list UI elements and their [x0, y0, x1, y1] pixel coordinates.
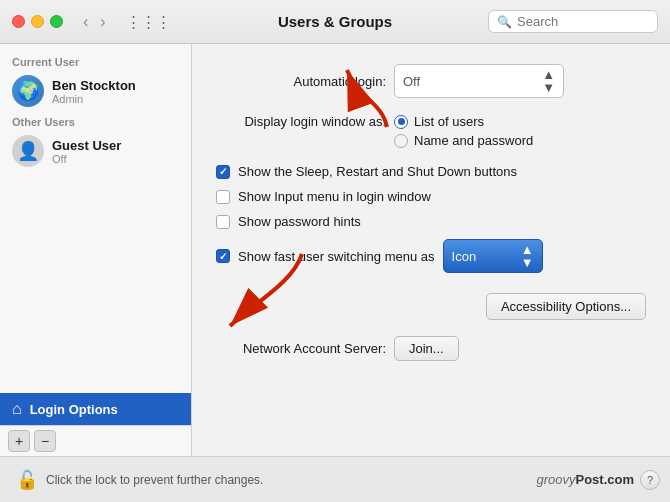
current-user-name: Ben Stockton [52, 78, 136, 93]
check-input-menu-row[interactable]: Show Input menu in login window [216, 189, 646, 204]
sidebar: Current User 🌍 Ben Stockton Admin Other … [0, 44, 192, 456]
traffic-lights [12, 15, 63, 28]
check-sleep-row[interactable]: Show the Sleep, Restart and Shut Down bu… [216, 164, 646, 179]
right-panel: Automatic login: Off ▲▼ Display login wi… [192, 44, 670, 456]
nav-buttons: ‹ › [79, 12, 110, 32]
fast-user-dropdown[interactable]: Icon ▲▼ [443, 239, 543, 273]
automatic-login-dropdown[interactable]: Off ▲▼ [394, 64, 564, 98]
main-content: Current User 🌍 Ben Stockton Admin Other … [0, 44, 670, 456]
current-user-item[interactable]: 🌍 Ben Stockton Admin [0, 70, 191, 112]
arrow-up [327, 62, 407, 132]
check-password-hints-row[interactable]: Show password hints [216, 214, 646, 229]
display-login-row: Display login window as: List of users N… [216, 114, 646, 148]
current-user-info: Ben Stockton Admin [52, 78, 136, 105]
join-button[interactable]: Join... [394, 336, 459, 361]
current-user-avatar: 🌍 [12, 75, 44, 107]
lock-text: Click the lock to prevent further change… [46, 473, 263, 487]
radio-list-users[interactable]: List of users [394, 114, 533, 129]
help-button[interactable]: ? [640, 470, 660, 490]
window-title: Users & Groups [278, 13, 392, 30]
check-input-menu-label: Show Input menu in login window [238, 189, 431, 204]
check-sleep-box [216, 165, 230, 179]
check-input-menu-box [216, 190, 230, 204]
dropdown-blue-arrows-icon: ▲▼ [521, 243, 534, 269]
branding: groovyPost.com [536, 472, 634, 487]
house-icon: ⌂ [12, 400, 22, 418]
current-user-label: Current User [0, 52, 191, 70]
search-input[interactable] [517, 14, 649, 29]
check-sleep-label: Show the Sleep, Restart and Shut Down bu… [238, 164, 517, 179]
radio-group: List of users Name and password [394, 114, 533, 148]
arrow-down [222, 244, 352, 344]
guest-user-avatar: 👤 [12, 135, 44, 167]
sidebar-bottom-bar: + − [0, 425, 191, 456]
radio-name-password-circle [394, 134, 408, 148]
titlebar: ‹ › ⋮⋮⋮ Users & Groups 🔍 [0, 0, 670, 44]
minimize-button[interactable] [31, 15, 44, 28]
guest-user-role: Off [52, 153, 121, 165]
bottom-bar: 🔓 Click the lock to prevent further chan… [0, 456, 670, 502]
radio-list-users-label: List of users [414, 114, 484, 129]
check-password-hints-box [216, 215, 230, 229]
other-users-label: Other Users [0, 112, 191, 130]
lock-icon: 🔓 [16, 469, 38, 491]
fast-user-value: Icon [452, 249, 477, 264]
dropdown-arrows-icon: ▲▼ [542, 68, 555, 94]
radio-name-password[interactable]: Name and password [394, 133, 533, 148]
remove-user-button[interactable]: − [34, 430, 56, 452]
add-user-button[interactable]: + [8, 430, 30, 452]
grid-button[interactable]: ⋮⋮⋮ [122, 11, 175, 33]
automatic-login-row: Automatic login: Off ▲▼ [216, 64, 646, 98]
zoom-button[interactable] [50, 15, 63, 28]
search-icon: 🔍 [497, 15, 512, 29]
check-password-hints-label: Show password hints [238, 214, 361, 229]
guest-user-info: Guest User Off [52, 138, 121, 165]
back-button[interactable]: ‹ [79, 12, 92, 32]
lock-container: 🔓 Click the lock to prevent further chan… [16, 469, 263, 491]
login-options-item[interactable]: ⌂ Login Options [0, 393, 191, 425]
forward-button[interactable]: › [96, 12, 109, 32]
close-button[interactable] [12, 15, 25, 28]
login-options-label: Login Options [30, 402, 118, 417]
guest-user-name: Guest User [52, 138, 121, 153]
radio-name-password-label: Name and password [414, 133, 533, 148]
search-box: 🔍 [488, 10, 658, 33]
current-user-role: Admin [52, 93, 136, 105]
guest-user-item[interactable]: 👤 Guest User Off [0, 130, 191, 172]
accessibility-options-button[interactable]: Accessibility Options... [486, 293, 646, 320]
